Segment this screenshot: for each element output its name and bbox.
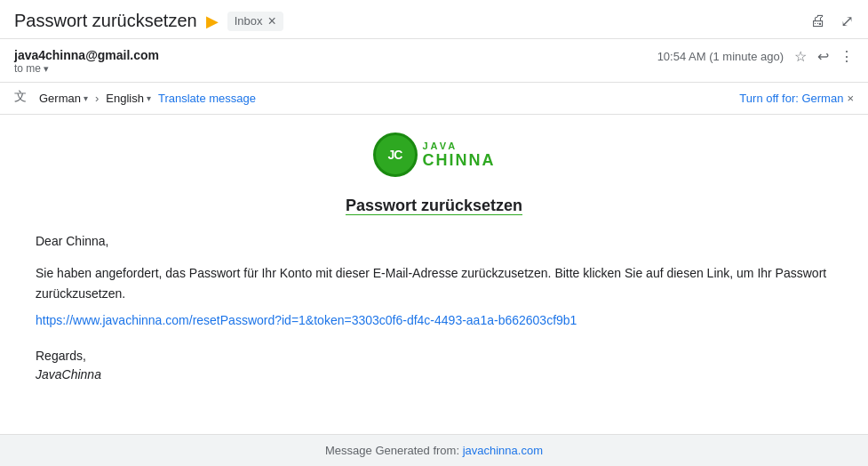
star-icon[interactable]: ☆ — [794, 48, 807, 65]
to-language-caret: ▾ — [147, 93, 151, 103]
translate-arrow: › — [95, 92, 99, 105]
email-content-area: Dear Chinna, Sie haben angefordert, das … — [14, 231, 854, 384]
email-title: Passwort zurücksetzen — [14, 197, 854, 215]
from-language-label: German — [39, 92, 81, 105]
from-language-selector[interactable]: German ▾ — [39, 92, 88, 105]
more-icon[interactable]: ⋮ — [840, 48, 854, 65]
email-greeting: Dear Chinna, — [36, 231, 832, 251]
sender-email: java4chinna@gmail.com — [14, 48, 657, 62]
svg-text:文: 文 — [14, 89, 27, 103]
logo-area: JC JAVA CHINNA — [14, 115, 854, 186]
sender-to: to me ▾ — [14, 62, 657, 75]
email-footer: Message Generated from: javachinna.com — [0, 434, 868, 466]
logo-container: JC JAVA CHINNA — [373, 133, 496, 177]
subject-title: Passwort zurücksetzen — [14, 11, 197, 31]
email-regards: Regards, JavaChinna — [36, 347, 832, 384]
turn-off-label: Turn off for: German — [739, 92, 843, 105]
email-body: JC JAVA CHINNA Passwort zurücksetzen Dea… — [0, 115, 868, 403]
email-subject-row: Passwort zurücksetzen ▶ Inbox × — [14, 11, 283, 31]
inbox-badge-close[interactable]: × — [267, 13, 275, 29]
company-name: JavaChinna — [36, 366, 832, 384]
print-icon[interactable]: 🖨 — [810, 12, 826, 30]
sender-row: java4chinna@gmail.com to me ▾ 10:54 AM (… — [0, 39, 868, 83]
logo-circle: JC — [373, 133, 418, 177]
turn-off-close-icon[interactable]: × — [847, 92, 854, 105]
inbox-badge[interactable]: Inbox × — [227, 12, 283, 31]
turn-off-translation[interactable]: Turn off for: German × — [739, 92, 854, 105]
translate-bar: 文 German ▾ › English ▾ Translate message… — [0, 83, 868, 115]
footer-text: Message Generated from: — [325, 444, 463, 457]
email-body-text: Sie haben angefordert, das Passwort für … — [36, 263, 832, 303]
to-language-label: English — [106, 92, 144, 105]
brand-prefix: JAVA — [423, 141, 496, 151]
to-language-selector[interactable]: English ▾ — [106, 92, 151, 105]
translate-message-link[interactable]: Translate message — [158, 92, 256, 105]
sender-info: java4chinna@gmail.com to me ▾ — [14, 48, 657, 75]
email-header: Passwort zurücksetzen ▶ Inbox × 🖨 ⤢ — [0, 0, 868, 39]
footer-link[interactable]: javachinna.com — [463, 444, 543, 457]
from-language-caret: ▾ — [84, 93, 88, 103]
to-chevron[interactable]: ▾ — [44, 63, 49, 75]
translate-icon: 文 — [14, 89, 32, 108]
regards-label: Regards, — [36, 347, 832, 366]
timestamp: 10:54 AM (1 minute ago) — [657, 50, 784, 63]
sender-meta: 10:54 AM (1 minute ago) ☆ ↩ ⋮ — [657, 48, 854, 65]
logo-brand-text: JAVA CHINNA — [423, 141, 496, 170]
to-label: to me — [14, 62, 41, 75]
label-star-icon: ▶ — [206, 12, 219, 31]
password-reset-link[interactable]: https://www.javachinna.com/resetPassword… — [36, 313, 577, 327]
inbox-badge-label: Inbox — [235, 14, 263, 28]
header-actions: 🖨 ⤢ — [810, 12, 854, 31]
reply-icon[interactable]: ↩ — [817, 48, 829, 65]
open-icon[interactable]: ⤢ — [840, 12, 854, 31]
brand-name: CHINNA — [423, 151, 496, 170]
